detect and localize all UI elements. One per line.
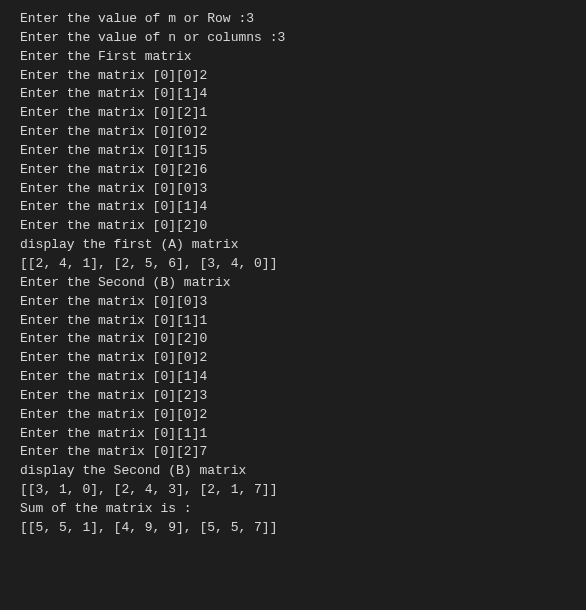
output-line: Enter the matrix [0][1]1 (20, 425, 586, 444)
output-line: Enter the value of m or Row :3 (20, 10, 586, 29)
output-line: Enter the matrix [0][2]3 (20, 387, 586, 406)
output-line: Sum of the matrix is : (20, 500, 586, 519)
output-line: Enter the matrix [0][0]2 (20, 123, 586, 142)
output-line: Enter the value of n or columns :3 (20, 29, 586, 48)
output-line: Enter the matrix [0][2]6 (20, 161, 586, 180)
output-line: Enter the matrix [0][0]2 (20, 349, 586, 368)
terminal-output: Enter the value of m or Row :3 Enter the… (20, 10, 586, 538)
output-line: Enter the matrix [0][1]4 (20, 85, 586, 104)
output-line: Enter the matrix [0][0]2 (20, 406, 586, 425)
output-line: display the Second (B) matrix (20, 462, 586, 481)
output-line: Enter the matrix [0][2]0 (20, 330, 586, 349)
output-line: Enter the matrix [0][0]3 (20, 180, 586, 199)
output-line: Enter the matrix [0][2]7 (20, 443, 586, 462)
output-line: [[2, 4, 1], [2, 5, 6], [3, 4, 0]] (20, 255, 586, 274)
output-line: Enter the Second (B) matrix (20, 274, 586, 293)
output-line: Enter the matrix [0][2]1 (20, 104, 586, 123)
output-line: Enter the matrix [0][1]4 (20, 198, 586, 217)
output-line: Enter the matrix [0][1]1 (20, 312, 586, 331)
output-line: [[3, 1, 0], [2, 4, 3], [2, 1, 7]] (20, 481, 586, 500)
output-line: Enter the matrix [0][0]2 (20, 67, 586, 86)
output-line: Enter the matrix [0][1]4 (20, 368, 586, 387)
output-line: Enter the First matrix (20, 48, 586, 67)
output-line: Enter the matrix [0][1]5 (20, 142, 586, 161)
output-line: Enter the matrix [0][0]3 (20, 293, 586, 312)
output-line: [[5, 5, 1], [4, 9, 9], [5, 5, 7]] (20, 519, 586, 538)
output-line: Enter the matrix [0][2]0 (20, 217, 586, 236)
output-line: display the first (A) matrix (20, 236, 586, 255)
